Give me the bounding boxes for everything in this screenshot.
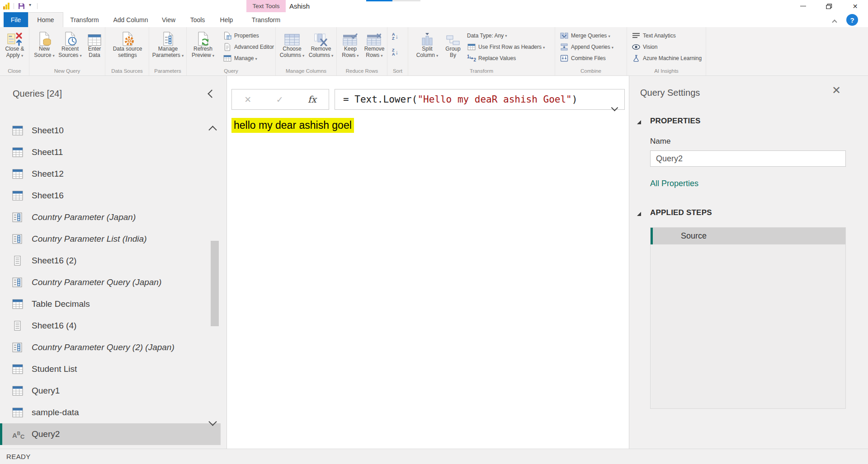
tab-tools[interactable]: Tools [185,12,210,27]
use-first-row-as-headers-button[interactable]: Use First Row as Headers [467,42,545,52]
keep-rows-button[interactable]: Keep Rows [340,28,361,59]
ribbon-group-label: Reduce Rows [337,68,387,74]
titlebar-separator [14,3,14,9]
restore-button[interactable] [816,0,842,12]
manage-parameters-icon [151,28,185,46]
scrollbar-down-button[interactable] [210,418,216,427]
button-label: Manage [151,46,185,52]
query-name: Sheet10 [32,126,64,136]
all-properties-link[interactable]: All Properties [650,179,698,188]
properties-button[interactable]: Properties [223,31,259,41]
close-and-apply-button[interactable]: Close & Apply [2,28,28,59]
text-analytics-button[interactable]: Text Analytics [632,31,676,41]
close-settings-button[interactable]: ✕ [832,84,841,97]
tab-file[interactable]: File [4,12,28,27]
scrollbar-thumb[interactable] [211,241,219,326]
recent-sources-button[interactable]: Recent Sources [57,28,84,59]
tab-home[interactable]: Home [28,12,63,27]
split-column-button[interactable]: Split Column [415,28,440,59]
remove-columns-button[interactable]: Remove Columns [307,28,335,59]
tab-add-column[interactable]: Add Column [110,12,151,27]
sort-ascending-button[interactable]: AZ ↓ [392,33,398,40]
vision-button[interactable]: Vision [632,42,657,52]
query-list-item[interactable]: Sheet12 [0,163,221,185]
formula-input[interactable]: = Text.Lower("Hello my deaR ashish Goel"… [335,89,625,110]
ribbon-tab-row: File Home Transform Add Column View Tool… [0,12,868,27]
help-button[interactable]: ? [846,14,858,26]
query-list-item[interactable]: Country Parameter List (India) [0,228,221,250]
cancel-formula-button[interactable]: ✕ [244,94,251,105]
query-list-item[interactable]: Country Parameter (Japan) [0,206,221,228]
text-tools-contextual-header[interactable]: Text Tools [246,0,286,12]
enter-data-button[interactable]: Enter Data [85,28,104,58]
query-name: Sheet16 [32,191,64,201]
replace-values-button[interactable]: 12 Replace Values [467,53,516,63]
combine-files-button[interactable]: Combine Files [560,53,606,63]
ribbon-group-new-query: New Source Recent Sources Enter Data New… [29,27,105,75]
data-type-button[interactable]: Data Type: Any [467,31,507,41]
tab-view[interactable]: View [157,12,180,27]
query-list-item[interactable]: Sheet10 [0,120,221,141]
close-and-apply-icon [2,28,28,46]
query-list-item[interactable]: Query1 [0,380,221,402]
recent-sources-icon [57,28,84,46]
manage-parameters-button[interactable]: Manage Parameters [151,28,185,59]
query-list-item[interactable]: Sheet16 [0,185,221,206]
query-list-item[interactable]: Table Decimals [0,293,221,315]
sort-descending-button[interactable]: ZA ↓ [392,48,398,56]
ribbon-group-manage-columns: Choose Columns Remove Columns Manage Col… [276,27,337,75]
azure-machine-learning-button[interactable]: Azure Machine Learning [632,53,702,63]
fx-icon[interactable]: fx [308,94,316,105]
append-queries-button[interactable]: Append Queries [560,42,613,52]
close-window-button[interactable]: ✕ [842,0,868,12]
ribbon-group-label: Combine [555,68,627,74]
collapse-ribbon-button[interactable] [833,18,836,26]
refresh-preview-button[interactable]: Refresh Preview [190,28,216,59]
remove-rows-button[interactable]: Remove Rows [363,28,386,59]
collapse-triangle-icon[interactable] [637,212,641,216]
query-list-item[interactable]: Sheet11 [0,141,221,163]
replace-values-icon: 12 [467,54,476,62]
collapse-pane-button[interactable] [209,90,215,98]
query-list-item[interactable]: Sheet16 (2) [0,250,221,272]
arrow-down-icon: ↓ [396,33,399,40]
table-icon [12,126,23,136]
expand-formula-bar-button[interactable] [612,97,617,117]
query-list-item[interactable]: Sheet16 (4) [0,315,221,337]
query-list-item-selected[interactable]: ABCQuery2 [0,423,221,445]
button-label: Remove [307,46,335,52]
tab-transform[interactable]: Transform [67,12,102,27]
advanced-editor-button[interactable]: Advanced Editor [223,42,274,52]
query-list-item[interactable]: Country Parameter Query (Japan) [0,272,221,293]
abc-text-icon: ABC [12,430,23,440]
scrollbar-up-button[interactable] [210,127,216,135]
query-list-item[interactable]: Country Parameter Query (2) (Japan) [0,337,221,358]
applied-step-source[interactable]: Source [651,228,845,244]
manage-icon [223,55,232,62]
choose-columns-button[interactable]: Choose Columns [278,28,306,59]
properties-section-header[interactable]: PROPERTIES [650,117,701,126]
save-button[interactable] [18,3,25,9]
merge-queries-button[interactable]: Merge Queries [560,31,610,41]
applied-steps-section-header[interactable]: APPLIED STEPS [650,208,712,217]
status-text: READY [6,449,31,464]
data-source-settings-button[interactable]: Data source settings [109,28,146,58]
quick-access-caret-icon[interactable]: ▾ [29,2,31,7]
tab-contextual-transform[interactable]: Transform [246,12,286,27]
combine-files-icon [560,55,569,62]
arrow-down-icon: ↓ [396,49,399,56]
tab-help[interactable]: Help [215,12,238,27]
ribbon-group-label: Transform [408,68,555,74]
commit-formula-button[interactable]: ✓ [276,94,283,105]
button-label: Recent [57,46,84,52]
minimize-button[interactable] [790,0,816,12]
new-source-button[interactable]: New Source [33,28,56,59]
query-list-item[interactable]: sample-data [0,402,221,423]
query-name-input[interactable] [650,150,846,167]
query-name: Sheet12 [32,169,64,179]
query-list-item[interactable]: Student List [0,358,221,380]
collapse-triangle-icon[interactable] [637,120,641,124]
group-by-button[interactable]: Group By [443,28,463,58]
manage-query-button[interactable]: Manage [223,53,257,63]
ribbon-group-label: Sort [387,68,408,74]
